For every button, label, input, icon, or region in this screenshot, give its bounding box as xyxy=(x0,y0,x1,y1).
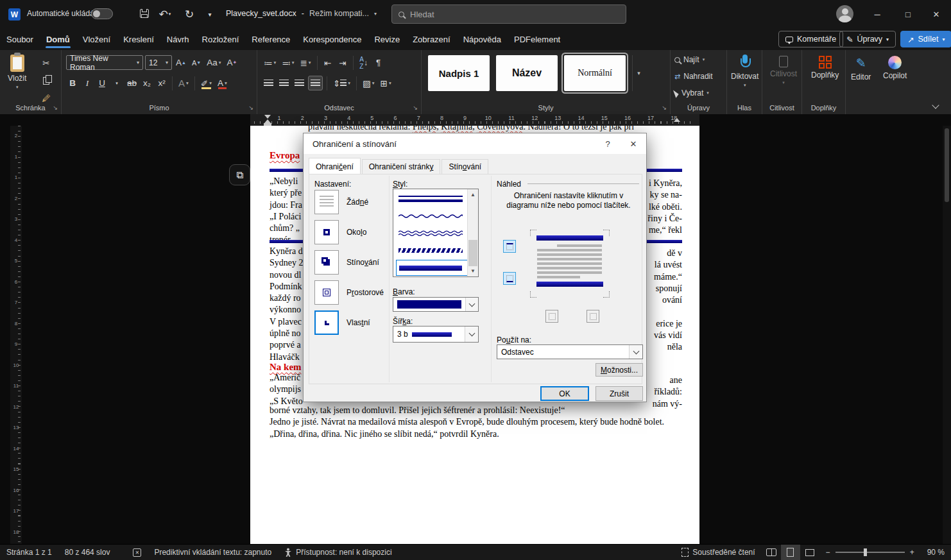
save-icon[interactable] xyxy=(140,9,149,18)
paragraph-dialog-launcher-icon[interactable]: ↘ xyxy=(413,105,418,111)
highlight-button[interactable]: ✐▾ xyxy=(199,76,214,90)
left-border-button[interactable] xyxy=(545,310,558,323)
shading-button[interactable]: ▨▾ xyxy=(361,76,377,90)
horizontal-ruler[interactable]: 123456789101112131415161718 xyxy=(250,114,699,126)
scrollbar-thumb[interactable] xyxy=(945,128,949,202)
sort-button[interactable]: AZ↓ xyxy=(357,55,370,70)
scrollbar-thumb[interactable] xyxy=(468,240,477,266)
grow-font-button[interactable]: A▲ xyxy=(174,55,188,70)
word-count[interactable]: 80 z 464 slov xyxy=(58,545,117,560)
cut-button[interactable]: ✂ xyxy=(40,55,53,70)
setting-none-icon[interactable] xyxy=(314,190,339,214)
multilevel-list-button[interactable]: ≣▾ xyxy=(298,55,313,70)
justify-button[interactable] xyxy=(308,76,323,90)
numbering-button[interactable]: ≕▾ xyxy=(280,55,296,70)
predictive-text-status[interactable]: Prediktivní vkládání textu: zapnuto xyxy=(148,545,278,560)
select-button[interactable]: Vybrat ▾ xyxy=(674,89,709,98)
zoom-slider[interactable] xyxy=(835,552,905,553)
font-dialog-launcher-icon[interactable]: ↘ xyxy=(248,105,253,111)
dialog-help-button[interactable]: ? xyxy=(595,133,621,154)
style-normalni[interactable]: Normální xyxy=(564,55,626,91)
border-style-option-triple-line[interactable] xyxy=(396,191,476,207)
tab-stinovani[interactable]: Stínování xyxy=(441,159,488,175)
line-spacing-button[interactable]: ⇕▾ xyxy=(331,76,352,90)
maximize-button[interactable]: □ xyxy=(893,0,923,28)
decrease-indent-button[interactable]: ⇤ xyxy=(321,55,334,70)
tab-navrh[interactable]: Návrh xyxy=(160,30,196,49)
style-nadpis1[interactable]: Nadpis 1 xyxy=(428,55,490,91)
undo-button[interactable]: ↶▾ xyxy=(156,5,174,23)
tab-rozlozeni[interactable]: Rozložení xyxy=(196,30,246,49)
zoom-slider-thumb[interactable] xyxy=(864,548,867,556)
zoom-in-button[interactable]: + xyxy=(910,548,914,557)
border-style-list[interactable]: ▲ ▼ xyxy=(393,189,479,277)
first-line-indent-marker[interactable] xyxy=(264,115,271,119)
underline-options-icon[interactable]: ▾ xyxy=(110,76,123,90)
font-color-button[interactable]: A▾ xyxy=(216,76,229,90)
accessibility-status[interactable]: Přístupnost: není k dispozici xyxy=(278,545,398,560)
setting-zadne[interactable]: Žádné xyxy=(314,190,368,214)
border-width-dropdown[interactable]: 3 b xyxy=(393,326,479,343)
avatar[interactable] xyxy=(836,5,853,22)
proofing-status[interactable]: ✕ xyxy=(126,545,148,560)
setting-custom-icon[interactable] xyxy=(314,310,339,335)
tab-vlozeni[interactable]: Vložení xyxy=(76,30,117,49)
align-center-button[interactable] xyxy=(277,76,291,90)
border-style-option-thick-solid[interactable] xyxy=(396,260,476,276)
minimize-button[interactable]: ─ xyxy=(862,0,892,28)
superscript-button[interactable]: x² xyxy=(155,76,168,90)
zoom-level[interactable]: 90 % xyxy=(921,545,951,560)
comments-button[interactable]: Komentáře xyxy=(778,31,843,47)
setting-3d-icon[interactable] xyxy=(314,280,339,305)
read-mode-button[interactable] xyxy=(762,545,781,560)
editor-button[interactable]: ✎ Editor xyxy=(851,56,871,81)
change-case-button[interactable]: Aa▾ xyxy=(205,55,223,70)
border-color-dropdown[interactable] xyxy=(393,297,479,312)
styles-dialog-launcher-icon[interactable]: ↘ xyxy=(662,105,667,111)
preview-diagram[interactable] xyxy=(530,230,610,298)
web-layout-button[interactable] xyxy=(800,545,819,560)
border-style-option-wave[interactable] xyxy=(396,208,476,224)
vertical-ruler[interactable]: 21123456789101112131415161718 xyxy=(10,126,22,544)
redo-button[interactable]: ↻ xyxy=(180,5,198,23)
tab-domu[interactable]: Domů xyxy=(40,30,76,49)
scroll-up-icon[interactable]: ▲ xyxy=(468,189,478,200)
setting-vlastni[interactable]: Vlastní xyxy=(314,310,370,335)
right-indent-marker[interactable] xyxy=(674,118,680,122)
borders-button[interactable]: ⊞▾ xyxy=(379,76,393,90)
styles-gallery-more-icon[interactable]: ▾ xyxy=(632,55,645,91)
subscript-button[interactable]: x₂ xyxy=(141,76,153,90)
tab-zobrazeni[interactable]: Zobrazení xyxy=(406,30,457,49)
dictate-button[interactable]: Diktovat ▾ xyxy=(731,55,758,88)
setting-prostorove[interactable]: Prostorové xyxy=(314,280,384,305)
top-border-button[interactable] xyxy=(503,240,516,253)
setting-shadow-icon[interactable] xyxy=(314,250,339,275)
focus-mode-button[interactable]: Soustředěné čtení xyxy=(675,545,761,560)
tab-revize[interactable]: Revize xyxy=(368,30,406,49)
zoom-out-button[interactable]: − xyxy=(826,548,830,557)
italic-button[interactable]: I xyxy=(81,76,94,90)
clipboard-dialog-launcher-icon[interactable]: ↘ xyxy=(53,105,58,111)
copilot-button[interactable]: Copilot xyxy=(883,56,907,80)
font-size-combo[interactable]: 12 ▾ xyxy=(145,55,172,70)
close-button[interactable]: ✕ xyxy=(921,0,951,28)
tab-pdfelement[interactable]: PDFelement xyxy=(508,30,567,49)
editing-mode-button[interactable]: ✎ Úpravy ▾ xyxy=(839,31,896,47)
addins-button[interactable]: Doplňky xyxy=(811,56,839,80)
scroll-down-icon[interactable]: ▼ xyxy=(468,266,478,276)
increase-indent-button[interactable]: ⇥ xyxy=(336,55,349,70)
align-right-button[interactable] xyxy=(293,76,306,90)
tab-reference[interactable]: Reference xyxy=(245,30,296,49)
tab-napoveda[interactable]: Nápověda xyxy=(457,30,508,49)
collapse-ribbon-icon[interactable] xyxy=(932,101,939,108)
clear-formatting-button[interactable]: A✦ xyxy=(225,55,239,70)
dialog-close-button[interactable]: ✕ xyxy=(621,133,646,154)
style-list-scrollbar[interactable]: ▲ ▼ xyxy=(467,189,478,276)
setting-stinovani[interactable]: Stínování xyxy=(314,250,379,275)
copy-button[interactable] xyxy=(40,73,53,88)
style-nazev[interactable]: Název xyxy=(496,55,558,91)
ok-button[interactable]: OK xyxy=(540,386,589,401)
setting-box-icon[interactable] xyxy=(314,220,339,244)
replace-button[interactable]: ⇄ Nahradit xyxy=(674,72,713,81)
left-indent-marker[interactable] xyxy=(264,123,271,126)
